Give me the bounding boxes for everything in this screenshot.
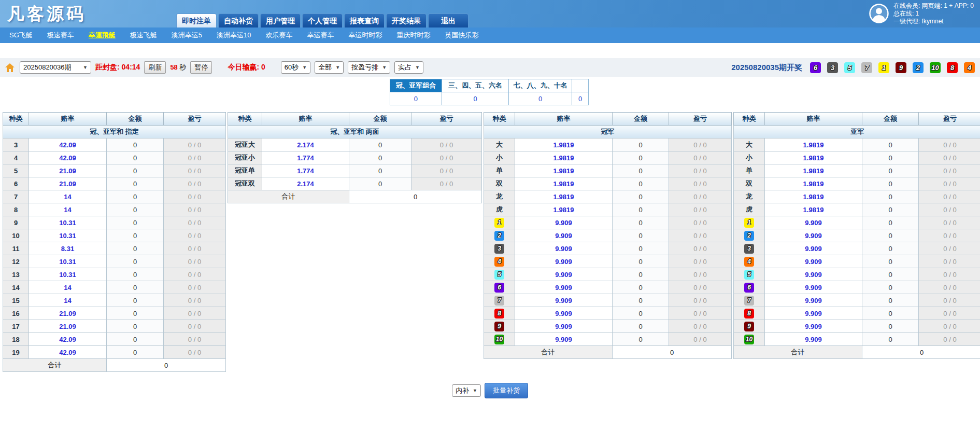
odds-value[interactable]: 9.909 [765, 333, 862, 346]
ball-3-icon: 3 [827, 62, 838, 73]
odds-value[interactable]: 1.9819 [765, 139, 862, 151]
odds-value[interactable]: 9.909 [515, 294, 613, 307]
subnav-item-2[interactable]: 极速赛车 [47, 31, 74, 40]
subnav-item-4[interactable]: 极速飞艇 [130, 31, 157, 40]
category-cell: 3 [3, 139, 29, 151]
total-label: 合计 [484, 346, 613, 359]
header-tab-5[interactable]: 报表查询 [344, 13, 385, 27]
refresh-button[interactable]: 刷新 [144, 61, 166, 74]
odds-value[interactable]: 1.774 [262, 151, 349, 164]
odds-value[interactable]: 9.909 [765, 294, 862, 307]
odds-table-1: 种类赔率金额盈亏冠、亚军和 指定342.0900 / 0442.0900 / 0… [3, 112, 226, 372]
supply-mode-select[interactable]: 内补▼ [452, 384, 481, 397]
odds-value[interactable]: 2.174 [262, 177, 349, 190]
table-row: 小1.981900 / 0 [484, 151, 732, 164]
odds-value[interactable]: 21.09 [29, 164, 107, 177]
odds-value[interactable]: 9.909 [765, 255, 862, 268]
odds-value[interactable]: 9.909 [765, 320, 862, 333]
subnav-item-8[interactable]: 幸运赛车 [307, 31, 334, 40]
odds-value[interactable]: 1.9819 [765, 164, 862, 177]
odds-value[interactable]: 9.909 [515, 216, 613, 229]
odds-value[interactable]: 9.909 [515, 268, 613, 281]
odds-value[interactable]: 9.909 [515, 281, 613, 294]
odds-value[interactable]: 9.909 [765, 216, 862, 229]
batch-supply-button[interactable]: 批量补货 [485, 383, 528, 398]
header-tab-6[interactable]: 开奖结果 [386, 13, 427, 27]
odds-value[interactable]: 21.09 [29, 320, 107, 333]
category-cell: 11 [3, 242, 29, 255]
period-select[interactable]: 20250820036期 ▼ [20, 61, 91, 74]
odds-value[interactable]: 9.909 [765, 281, 862, 294]
category-cell: 双 [484, 177, 515, 190]
summary-tab-1[interactable]: 冠、亚军组合 [390, 79, 442, 92]
category-cell: 冠亚大 [228, 139, 262, 151]
profit-loss-value: 0 / 0 [669, 177, 732, 190]
total-value: 0 [107, 359, 226, 372]
pause-button[interactable]: 暂停 [190, 61, 212, 74]
subnav-item-1[interactable]: SG飞艇 [9, 31, 33, 40]
header-tab-1[interactable]: 即时注单 [176, 13, 217, 27]
column-header: 赔率 [515, 113, 613, 126]
odds-value[interactable]: 1.9819 [515, 177, 613, 190]
amount-value: 0 [107, 255, 164, 268]
odds-value[interactable]: 8.31 [29, 242, 107, 255]
odds-value[interactable]: 1.9819 [515, 164, 613, 177]
subnav-item-5[interactable]: 澳洲幸运5 [172, 31, 202, 40]
header-tab-4[interactable]: 个人管理 [302, 13, 343, 27]
category-cell: 3 [484, 242, 515, 255]
subnav-item-6[interactable]: 澳洲幸运10 [217, 31, 251, 40]
subnav-item-11[interactable]: 英国快乐彩 [445, 31, 479, 40]
odds-value[interactable]: 42.09 [29, 333, 107, 346]
odds-value[interactable]: 1.9819 [765, 190, 862, 203]
odds-value[interactable]: 9.909 [765, 307, 862, 320]
odds-value[interactable]: 21.09 [29, 307, 107, 320]
odds-value[interactable]: 9.909 [765, 242, 862, 255]
odds-value[interactable]: 9.909 [515, 320, 613, 333]
odds-value[interactable]: 10.31 [29, 255, 107, 268]
column-header: 种类 [734, 113, 765, 126]
header-tab-3[interactable]: 用户管理 [260, 13, 301, 27]
odds-value[interactable]: 1.774 [262, 164, 349, 177]
odds-value[interactable]: 1.9819 [515, 139, 613, 151]
odds-value[interactable]: 14 [29, 281, 107, 294]
occupy-select[interactable]: 实占▼ [394, 61, 423, 74]
summary-tab-2[interactable]: 三、四、五、六名 [442, 79, 509, 92]
odds-value[interactable]: 14 [29, 190, 107, 203]
home-icon[interactable] [5, 63, 15, 72]
odds-value[interactable]: 42.09 [29, 139, 107, 151]
odds-value[interactable]: 9.909 [515, 333, 613, 346]
summary-tab-4[interactable] [572, 79, 589, 92]
interval-select[interactable]: 60秒▼ [281, 61, 310, 74]
odds-value[interactable]: 2.174 [262, 139, 349, 151]
odds-value[interactable]: 1.9819 [765, 151, 862, 164]
odds-value[interactable]: 10.31 [29, 229, 107, 242]
odds-value[interactable]: 9.909 [515, 307, 613, 320]
odds-value[interactable]: 21.09 [29, 177, 107, 190]
odds-value[interactable]: 1.9819 [765, 177, 862, 190]
odds-value[interactable]: 1.9819 [515, 203, 613, 216]
odds-value[interactable]: 9.909 [515, 229, 613, 242]
odds-value[interactable]: 10.31 [29, 268, 107, 281]
subnav-item-3[interactable]: 幸運飛艇 [89, 31, 116, 40]
table-row: 双1.981900 / 0 [484, 177, 732, 190]
odds-value[interactable]: 1.9819 [765, 203, 862, 216]
odds-value[interactable]: 42.09 [29, 346, 107, 359]
odds-value[interactable]: 14 [29, 294, 107, 307]
sort-select[interactable]: 按盈亏排▼ [348, 61, 390, 74]
odds-value[interactable]: 1.9819 [515, 190, 613, 203]
odds-value[interactable]: 9.909 [765, 268, 862, 281]
odds-value[interactable]: 1.9819 [515, 151, 613, 164]
odds-value[interactable]: 42.09 [29, 151, 107, 164]
header-tab-7[interactable]: 退出 [428, 13, 468, 27]
odds-value[interactable]: 10.31 [29, 216, 107, 229]
header-tab-2[interactable]: 自动补货 [218, 13, 259, 27]
odds-value[interactable]: 14 [29, 203, 107, 216]
odds-value[interactable]: 9.909 [515, 255, 613, 268]
subnav-item-10[interactable]: 重庆时时彩 [397, 31, 431, 40]
odds-value[interactable]: 9.909 [515, 242, 613, 255]
summary-tab-3[interactable]: 七、八、九、十名 [509, 79, 572, 92]
filter-select[interactable]: 全部▼ [315, 61, 344, 74]
odds-value[interactable]: 9.909 [765, 229, 862, 242]
subnav-item-9[interactable]: 幸运时时彩 [349, 31, 382, 40]
subnav-item-7[interactable]: 欢乐赛车 [266, 31, 293, 40]
